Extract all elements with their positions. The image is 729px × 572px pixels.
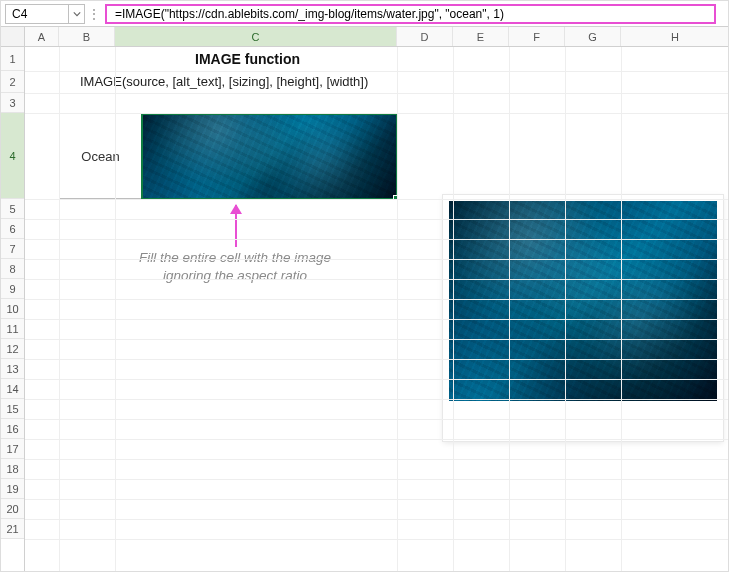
row-header-13[interactable]: 13	[1, 359, 24, 379]
column-header-d[interactable]: D	[397, 27, 453, 46]
row-header-6[interactable]: 6	[1, 219, 24, 239]
column-header-e[interactable]: E	[453, 27, 509, 46]
gridline	[397, 47, 398, 571]
gridline	[25, 499, 729, 500]
name-box[interactable]	[5, 4, 69, 24]
column-header-a[interactable]: A	[25, 27, 59, 46]
annotation-arrow	[235, 205, 237, 247]
gridline	[25, 199, 729, 200]
gridline	[25, 219, 729, 220]
gridline	[59, 47, 60, 571]
chevron-down-icon	[73, 10, 81, 18]
function-syntax: IMAGE(source, [alt_text], [sizing], [hei…	[80, 74, 368, 89]
gridline	[565, 47, 566, 571]
gridline	[509, 47, 510, 571]
row-header-1[interactable]: 1	[1, 47, 24, 71]
gridline	[25, 71, 729, 72]
column-header-g[interactable]: G	[565, 27, 621, 46]
gridline	[25, 319, 729, 320]
row-header-21[interactable]: 21	[1, 519, 24, 539]
gridline	[25, 419, 729, 420]
row-header-15[interactable]: 15	[1, 399, 24, 419]
row-header-11[interactable]: 11	[1, 319, 24, 339]
gridline	[25, 399, 729, 400]
cells-area[interactable]: IMAGE function IMAGE(source, [alt_text],…	[25, 47, 729, 571]
gridline	[621, 47, 622, 571]
gridline	[25, 93, 729, 94]
row-header-10[interactable]: 10	[1, 299, 24, 319]
row-header-17[interactable]: 17	[1, 439, 24, 459]
gridline	[25, 439, 729, 440]
column-header-b[interactable]: B	[59, 27, 115, 46]
page-title: IMAGE function	[195, 51, 300, 67]
floating-image-frame[interactable]	[443, 195, 723, 441]
gridline	[25, 339, 729, 340]
ocean-image-stretched	[142, 114, 396, 198]
column-header-f[interactable]: F	[509, 27, 565, 46]
row-header-20[interactable]: 20	[1, 499, 24, 519]
image-cell-c4[interactable]	[142, 114, 396, 198]
label-cell-ocean: Ocean	[60, 114, 142, 198]
sheet-area: ABCDEFGH IMAGE function IMAGE(source, [a…	[25, 27, 729, 571]
row-header-12[interactable]: 12	[1, 339, 24, 359]
gridline	[25, 279, 729, 280]
gridline	[25, 479, 729, 480]
row-header-14[interactable]: 14	[1, 379, 24, 399]
gridline	[25, 259, 729, 260]
ocean-image-original	[449, 201, 717, 401]
formula-separator: ⋮	[85, 5, 103, 23]
spreadsheet-grid: 123456789101112131415161718192021 ABCDEF…	[1, 27, 728, 571]
row-header-16[interactable]: 16	[1, 419, 24, 439]
row-header-gutter: 123456789101112131415161718192021	[1, 27, 25, 571]
row-header-3[interactable]: 3	[1, 93, 24, 113]
column-header-c[interactable]: C	[115, 27, 397, 46]
formula-input[interactable]	[113, 6, 708, 22]
example-table: Ocean	[59, 113, 397, 199]
gridline	[25, 239, 729, 240]
select-all-corner[interactable]	[1, 27, 24, 47]
row-header-5[interactable]: 5	[1, 199, 24, 219]
gridline	[25, 299, 729, 300]
column-header-h[interactable]: H	[621, 27, 729, 46]
name-box-dropdown[interactable]	[69, 4, 85, 24]
annotation-line2: ignoring the aspect ratio	[163, 268, 307, 283]
gridline	[453, 47, 454, 571]
row-header-8[interactable]: 8	[1, 259, 24, 279]
gridline	[115, 47, 116, 571]
row-header-7[interactable]: 7	[1, 239, 24, 259]
gridline	[25, 113, 729, 114]
gridline	[25, 379, 729, 380]
formula-bar: ⋮	[1, 1, 728, 27]
row-header-4[interactable]: 4	[1, 113, 24, 199]
gridline	[25, 459, 729, 460]
annotation-line1: Fill the entire cell with the image	[139, 250, 331, 265]
row-header-2[interactable]: 2	[1, 71, 24, 93]
row-header-19[interactable]: 19	[1, 479, 24, 499]
gridline	[25, 539, 729, 540]
row-header-9[interactable]: 9	[1, 279, 24, 299]
row-header-18[interactable]: 18	[1, 459, 24, 479]
formula-input-highlight	[105, 4, 716, 24]
gridline	[25, 519, 729, 520]
column-headers: ABCDEFGH	[25, 27, 729, 47]
gridline	[25, 359, 729, 360]
